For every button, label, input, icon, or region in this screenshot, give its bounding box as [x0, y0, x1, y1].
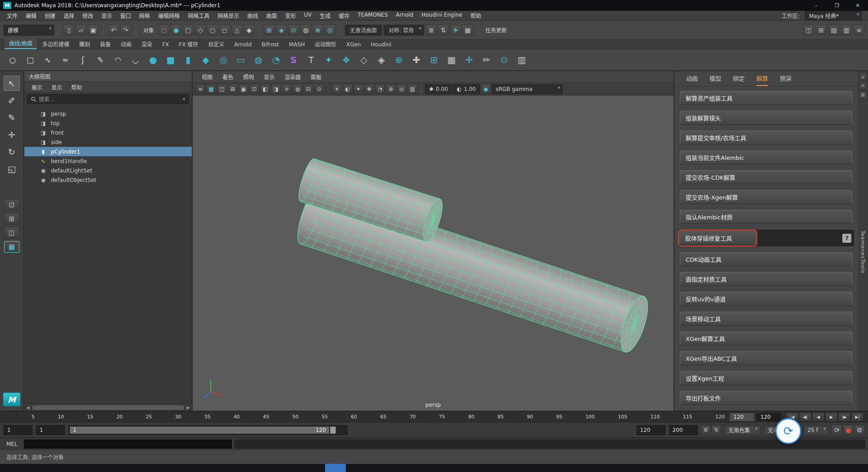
playback-start-field[interactable]: 1: [36, 425, 65, 435]
layout-single-pane-icon[interactable]: ◫: [803, 25, 814, 36]
menu-item[interactable]: 缓存: [335, 12, 353, 19]
nurbs-cone-icon[interactable]: ◆: [198, 52, 214, 68]
panel-menu-icon[interactable]: ≡: [195, 84, 205, 94]
tool-button[interactable]: 提交农场-CDK解算: [680, 170, 852, 184]
tool-button[interactable]: 面指定材质工具: [680, 272, 852, 286]
tool-button[interactable]: 导出打板文件: [680, 391, 852, 405]
command-input[interactable]: [24, 440, 232, 449]
teamones-tools-vertical-tab[interactable]: TeamonesTools: [860, 231, 866, 273]
image-plane-icon[interactable]: ⊙: [314, 84, 324, 94]
tool-button[interactable]: 组装当前文件Alembic: [680, 150, 852, 164]
outliner-horizontal-scrollbar[interactable]: ◀ ▶: [24, 404, 192, 411]
range-slider-range[interactable]: 1 120: [70, 427, 329, 434]
poly-sphere-icon[interactable]: ◍: [250, 52, 267, 68]
screen-space-ao-icon[interactable]: ✦: [353, 84, 363, 94]
viewport-menu-item[interactable]: 着色: [218, 73, 238, 81]
undo-icon[interactable]: ↶: [108, 25, 119, 36]
tool-button[interactable]: XGen解算工具: [680, 331, 852, 345]
three-point-arc-icon[interactable]: ◠: [110, 52, 126, 68]
play-backwards-button[interactable]: ◀: [812, 413, 824, 422]
ep-curve-tool-icon[interactable]: ∿: [40, 52, 56, 68]
film-gate-icon[interactable]: ◫: [217, 84, 227, 94]
menu-item[interactable]: 网格显示: [213, 12, 243, 19]
quad-draw-icon[interactable]: ⊞: [426, 52, 442, 68]
menu-item[interactable]: 网格工具: [184, 12, 213, 19]
paint-select-tool-icon[interactable]: ✎: [4, 110, 20, 125]
type-tool-icon[interactable]: T: [303, 52, 319, 68]
shelf-tab[interactable]: FX 缓存: [174, 39, 203, 49]
workspace-dropdown[interactable]: Maya 经典*: [805, 11, 862, 20]
input-operations-icon[interactable]: ≣: [426, 25, 437, 36]
multi-cut-icon[interactable]: ✚: [408, 52, 425, 68]
save-scene-icon[interactable]: ▣: [88, 25, 99, 36]
cv-curve-tool-icon[interactable]: ≈: [57, 52, 73, 68]
snap-to-plane-icon[interactable]: ◍: [300, 25, 311, 36]
snap-to-grid-icon[interactable]: ⊞: [264, 25, 275, 36]
viewport-menu-item[interactable]: 照明: [239, 73, 258, 81]
tool-button[interactable]: XGen导出ABC工具: [680, 351, 852, 365]
append-to-poly-icon[interactable]: ⊕: [391, 52, 407, 68]
tools-tab[interactable]: 解算: [756, 71, 768, 86]
crease-tool-icon[interactable]: ✏: [479, 52, 495, 68]
tool-button[interactable]: 解算提交审核/农场工具: [680, 131, 852, 145]
object-mask-icon[interactable]: ▢: [183, 25, 194, 36]
nurbs-square-icon[interactable]: □: [22, 52, 38, 68]
auto-key-icon[interactable]: ●: [843, 425, 853, 435]
help-badge-icon[interactable]: ?: [842, 234, 851, 243]
animation-start-field[interactable]: 1: [4, 425, 32, 435]
highlight-mask-icon[interactable]: ◌: [158, 25, 169, 36]
playback-end-field[interactable]: 120: [637, 425, 665, 435]
sweep-mesh-icon[interactable]: ✦: [321, 52, 337, 68]
channel-box-tab-icon[interactable]: ▥: [859, 91, 867, 98]
outliner-item-bend1handle[interactable]: ∿ bend1Handle: [24, 156, 192, 166]
nurbs-torus-icon[interactable]: ◎: [215, 52, 231, 68]
move-tool-icon[interactable]: ✛: [4, 127, 20, 142]
menu-item[interactable]: UV: [300, 12, 316, 19]
face-mask-icon[interactable]: △: [231, 25, 242, 36]
playback-loop-icon[interactable]: ⟳: [832, 425, 842, 435]
fps-dropdown[interactable]: 25 f: [804, 425, 828, 435]
menu-item[interactable]: 修改: [78, 12, 97, 19]
line-mask-icon[interactable]: ◻: [219, 25, 230, 36]
menu-item[interactable]: Houdini Engine: [417, 12, 466, 19]
command-language-toggle[interactable]: MEL: [3, 441, 21, 447]
outliner-item-defaultobjectset[interactable]: ◉ defaultObjectSet: [24, 175, 192, 185]
shelf-tab[interactable]: 多边形建模: [38, 39, 74, 49]
range-end-handle[interactable]: [330, 427, 336, 434]
extrude-icon[interactable]: ✛: [461, 52, 477, 68]
play-forwards-button[interactable]: ▶: [825, 413, 837, 422]
layout-outliner-icon[interactable]: ▥: [841, 25, 852, 36]
shadows-icon[interactable]: ◐: [343, 84, 353, 94]
nurbs-plane-icon[interactable]: ▭: [233, 52, 249, 68]
shelf-tab[interactable]: Bifrost: [257, 41, 284, 49]
tool-button[interactable]: CDK动画工具: [680, 252, 852, 266]
scroll-down-icon[interactable]: ▾: [859, 82, 867, 89]
scale-tool-icon[interactable]: ◱: [4, 161, 20, 177]
nurbs-sphere-icon[interactable]: ●: [145, 52, 161, 68]
shelf-tab[interactable]: 运动图形: [310, 39, 341, 49]
bookmarks-icon[interactable]: ⊟: [303, 84, 313, 94]
minimize-icon[interactable]: –: [806, 0, 827, 11]
shelf-tab[interactable]: FX: [158, 41, 173, 49]
view-transform-dropdown[interactable]: sRGB gamma: [492, 84, 563, 94]
outliner-item-persp[interactable]: ◨ persp: [24, 109, 192, 118]
shelf-tab[interactable]: 曲线/曲面: [5, 38, 37, 49]
shelf-tab[interactable]: 渲染: [137, 39, 157, 49]
field-chart-icon[interactable]: ⊡: [249, 84, 259, 94]
color-management-icon[interactable]: ◉: [481, 84, 491, 94]
smooth-icon[interactable]: ▥: [514, 52, 530, 68]
floating-assistant-icon[interactable]: ⟳: [775, 418, 801, 444]
character-set-menu-icon[interactable]: ≣: [701, 426, 710, 435]
tool-button[interactable]: 场景移动工具: [680, 312, 852, 326]
shelf-tab[interactable]: 装备: [95, 39, 115, 49]
tool-button[interactable]: 指认Alembic材质: [680, 210, 852, 224]
close-icon[interactable]: ✕: [847, 0, 868, 11]
shelf-tab[interactable]: Houdini: [366, 41, 396, 49]
tools-tab[interactable]: 动画: [686, 71, 698, 86]
menu-item[interactable]: 编辑: [22, 12, 41, 19]
separate-icon[interactable]: ◈: [373, 52, 389, 68]
viewport-canvas[interactable]: persp: [193, 95, 674, 411]
outliner-item-defaultlightset[interactable]: ◉ defaultLightSet: [24, 166, 192, 175]
wireframe-on-shaded-icon[interactable]: ▥: [407, 84, 417, 94]
anim-layer-menu-icon[interactable]: ⇅: [712, 426, 721, 435]
